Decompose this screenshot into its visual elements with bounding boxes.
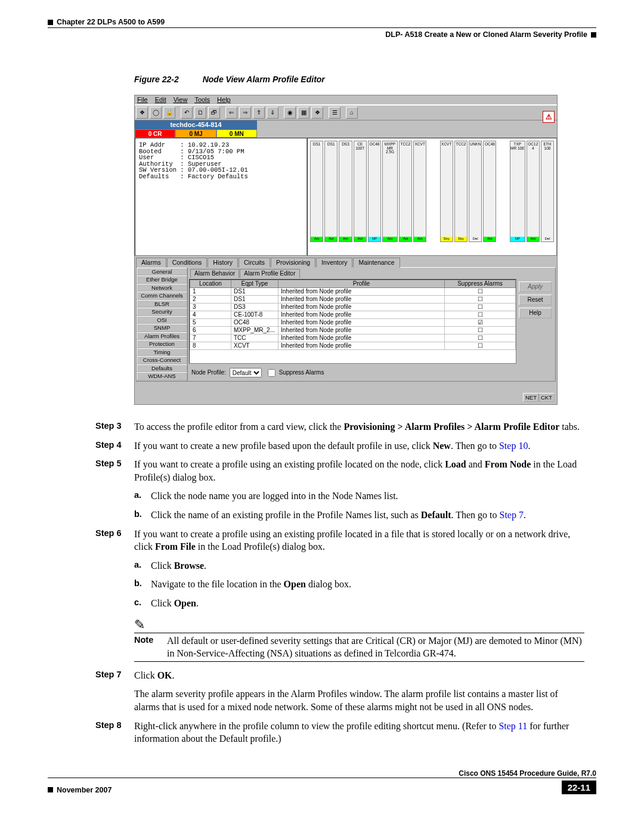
page-footer: Cisco ONS 15454 Procedure Guide, R7.0 No… (48, 769, 596, 794)
table-row[interactable]: 4CE-100T-8Inherited from Node profile☐ (190, 311, 516, 318)
node-info-panel: IP Addr : 10.92.19.23 Booted : 9/13/05 7… (135, 138, 307, 256)
footer-ornament-icon (48, 787, 53, 792)
shelf-card[interactable]: TXP MR 10ENP (510, 141, 525, 242)
link-step7[interactable]: Step 7 (499, 510, 523, 520)
table-row[interactable]: 3DS3Inherited from Node profile☐ (190, 303, 516, 311)
alert-icon[interactable]: ⚠ (543, 111, 555, 123)
sidebar-item-alarm-profiles[interactable]: Alarm Profiles (137, 332, 187, 340)
tool-icon[interactable]: ❖ (311, 107, 323, 119)
table-row[interactable]: 6MXPP_MR_2...Inherited from Node profile… (190, 326, 516, 334)
shelf-card[interactable]: TCC2Sby (454, 141, 467, 242)
table-row[interactable]: 7TCCInherited from Node profile☐ (190, 334, 516, 342)
note-block: ✎ Note All default or user-defined sever… (134, 618, 584, 662)
tool-icon[interactable]: 🗋 (194, 107, 206, 119)
sidebar-item-timing[interactable]: Timing (137, 348, 187, 357)
tab-alarms[interactable]: Alarms (136, 258, 166, 268)
status-major: 0 MJ (175, 129, 216, 138)
table-row[interactable]: 8XCVTInherited from Node profile☐ (190, 342, 516, 349)
tab-circuits[interactable]: Circuits (239, 258, 270, 268)
status-critical: 0 CR (135, 129, 175, 138)
shelf-card[interactable]: OC48NP (368, 141, 381, 242)
tab-provisioning[interactable]: Provisioning (271, 258, 315, 268)
status-minor: 0 MN (216, 129, 257, 138)
shelf-card[interactable]: CE 100TAct (354, 141, 367, 242)
sidebar-item-comm[interactable]: Comm Channels (137, 292, 187, 300)
arrow-up-icon[interactable]: ⇑ (253, 107, 265, 119)
sidebar-item-network[interactable]: Network (137, 284, 187, 292)
net-ckt-indicator: NETCKT (523, 393, 555, 402)
side-nav: General Ether Bridge Network Comm Channe… (137, 268, 188, 381)
sidebar-item-defaults[interactable]: Defaults (137, 364, 187, 373)
menu-tools[interactable]: Tools (194, 97, 210, 103)
sidebar-item-protection[interactable]: Protection (137, 340, 187, 348)
subtab-alarm-profile-editor[interactable]: Alarm Profile Editor (240, 269, 299, 278)
reset-button[interactable]: Reset (519, 295, 552, 305)
shelf-card[interactable]: OC48Act (483, 141, 496, 242)
node-title: techdoc-454-814 (135, 120, 257, 129)
sidebar-item-blsr[interactable]: BLSR (137, 300, 187, 308)
tab-conditions[interactable]: Conditions (167, 258, 208, 268)
step-4: Step 4 If you want to create a new profi… (95, 439, 584, 453)
arrow-down-icon[interactable]: ⇓ (267, 107, 278, 119)
sidebar-item-cross-connect[interactable]: Cross-Connect (137, 356, 187, 364)
link-step11[interactable]: Step 11 (499, 721, 527, 731)
subtab-alarm-behavior[interactable]: Alarm Behavior (190, 269, 239, 278)
tool-icon[interactable]: ◯ (150, 107, 162, 119)
shelf-card[interactable]: ETH 100Del (541, 141, 554, 242)
page-header: Chapter 22 DLPs A500 to A599 DLP- A518 C… (48, 18, 596, 39)
table-row[interactable]: 1DS1Inherited from Node profile☐ (190, 287, 516, 295)
header-ornament-icon (48, 20, 53, 25)
shelf-card[interactable]: DS1Act (310, 141, 323, 242)
shelf-card[interactable]: XCVTSby (440, 141, 453, 242)
arrow-right-icon[interactable]: ⇒ (239, 107, 251, 119)
sidebar-item-snmp[interactable]: SNMP (137, 324, 187, 332)
sidebar-item-osi[interactable]: OSI (137, 316, 187, 324)
tab-history[interactable]: History (208, 258, 238, 268)
arrow-left-icon[interactable]: ⇐ (225, 107, 237, 119)
link-step10[interactable]: Step 10 (499, 441, 528, 451)
main-tabs: Alarms Conditions History Circuits Provi… (135, 256, 557, 267)
tool-icon[interactable]: ▦ (298, 107, 309, 119)
lock-icon[interactable]: 🔒 (163, 107, 175, 119)
table-row[interactable]: 2DS1Inherited from Node profile☐ (190, 295, 516, 303)
tab-inventory[interactable]: Inventory (316, 258, 352, 268)
menu-edit[interactable]: Edit (155, 97, 166, 103)
menu-file[interactable]: File (137, 97, 148, 103)
node-profile-select[interactable]: Default (230, 368, 262, 377)
table-row[interactable]: 5OC48Inherited from Node profile☑ (190, 318, 516, 326)
shelf-card[interactable]: TCC2Act (399, 141, 412, 242)
header-ornament-icon (591, 32, 596, 38)
shelf-card[interactable]: MXPP MR 2.5GAct (382, 141, 398, 242)
shelf-card[interactable]: DS3Act (339, 141, 352, 242)
sidebar-item-ether[interactable]: Ether Bridge (137, 275, 187, 284)
step-7: Step 7 Click OK. The alarm severity prof… (95, 669, 584, 714)
step-5: Step 5 If you want to create a profile u… (95, 458, 584, 521)
menu-bar[interactable]: File Edit View Tools Help (135, 95, 557, 105)
tool-icon[interactable]: 🗗 (208, 107, 220, 119)
shelf-view[interactable]: DS1Act DS1Act DS3Act CE 100TAct OC48NP M… (307, 138, 557, 256)
menu-view[interactable]: View (174, 97, 188, 103)
sidebar-item-general[interactable]: General (137, 268, 187, 276)
tab-maintenance[interactable]: Maintenance (353, 258, 400, 268)
help-button[interactable]: Help (519, 308, 552, 318)
sidebar-item-wdm-ans[interactable]: WDM-ANS (137, 372, 187, 380)
step-8: Step 8 Right-click anywhere in the profi… (95, 720, 584, 745)
shelf-card[interactable]: UNKNDel (469, 141, 482, 242)
sidebar-item-security[interactable]: Security (137, 308, 187, 316)
tool-icon[interactable]: ☰ (329, 107, 340, 119)
chapter-label: Chapter 22 DLPs A500 to A599 (57, 18, 165, 26)
tool-icon[interactable]: ◉ (284, 107, 296, 119)
shelf-card[interactable]: DS1Act (324, 141, 338, 242)
toolbar: ❖ ◯ 🔒 ↶ 🗋 🗗 ⇐ ⇒ ⇑ ⇓ ◉ ▦ ❖ ☰ ⌂ (135, 105, 557, 120)
tool-icon[interactable]: ⌂ (346, 107, 358, 119)
tool-icon[interactable]: ↶ (181, 107, 193, 119)
shelf-card[interactable]: XCVTAct (413, 141, 426, 242)
shelf-card[interactable]: OC12 4Act (527, 141, 540, 242)
footer-date: November 2007 (57, 786, 112, 794)
apply-button[interactable]: Apply (519, 281, 552, 292)
profile-table[interactable]: Location Eqpt Type Profile Suppress Alar… (189, 279, 516, 364)
suppress-alarms-checkbox[interactable]: Suppress Alarms (265, 367, 324, 379)
pencil-icon: ✎ (134, 618, 584, 631)
menu-help[interactable]: Help (217, 97, 231, 103)
tool-icon[interactable]: ❖ (136, 107, 148, 119)
